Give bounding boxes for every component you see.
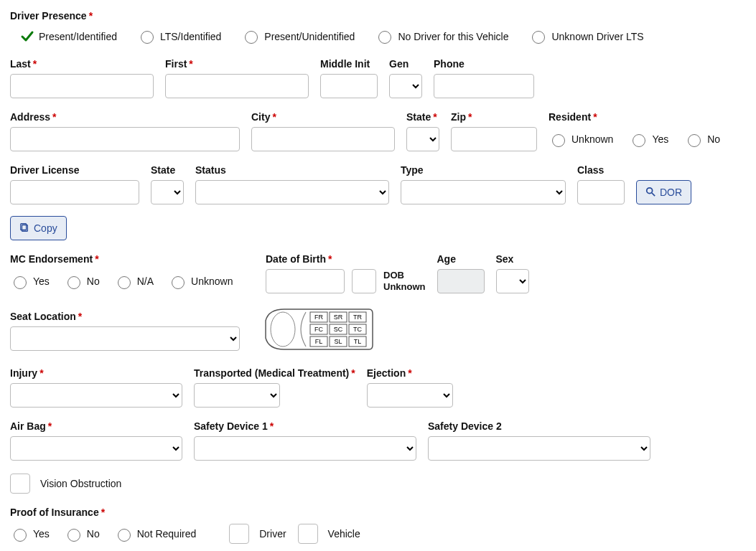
vision-obstruction-field: Vision Obstruction [10, 474, 121, 494]
city-input[interactable] [251, 127, 395, 151]
phone-label: Phone [434, 58, 534, 70]
radio-no-driver[interactable]: No Driver for this Vehicle [375, 29, 508, 44]
zip-input[interactable] [451, 127, 537, 151]
type-label: Type [401, 164, 566, 176]
injury-select[interactable] [10, 383, 182, 408]
air-bag-select[interactable] [10, 436, 182, 461]
radio-present-unidentified[interactable]: Present/Unidentified [241, 29, 355, 44]
dob-unknown-label: DOBUnknown [383, 270, 426, 292]
status-select[interactable] [195, 180, 389, 204]
svg-text:FR: FR [314, 314, 323, 321]
driver-checkbox[interactable] [229, 524, 249, 544]
search-icon [645, 187, 655, 199]
sex-select[interactable] [496, 269, 529, 293]
sex-label: Sex [496, 253, 529, 265]
safety1-select[interactable] [194, 436, 416, 461]
status-label: Status [195, 164, 389, 176]
gen-label: Gen [389, 58, 422, 70]
svg-text:FC: FC [314, 326, 323, 333]
vision-obstruction-checkbox[interactable] [10, 474, 30, 494]
driver-license-label: Driver License [10, 164, 139, 176]
seat-diagram: FR SR TR FC SC TC FL SL TL [263, 306, 374, 354]
class-input[interactable] [577, 180, 625, 204]
age-label: Age [437, 253, 485, 265]
svg-text:FL: FL [315, 338, 323, 345]
safety1-label: Safety Device 1* [194, 420, 416, 432]
dob-label: Date of Birth* [266, 253, 426, 265]
vehicle-checkbox-label: Vehicle [328, 528, 360, 540]
air-bag-label: Air Bag* [10, 420, 182, 432]
transported-select[interactable] [194, 383, 280, 408]
resident-yes[interactable]: Yes [629, 132, 668, 147]
svg-text:TR: TR [353, 314, 362, 321]
mc-yes[interactable]: Yes [10, 274, 50, 289]
dob-unknown-checkbox[interactable] [352, 269, 376, 293]
safety2-select[interactable] [428, 436, 650, 461]
ejection-select[interactable] [367, 383, 453, 408]
type-select[interactable] [401, 180, 566, 204]
resident-no[interactable]: No [684, 132, 720, 147]
proof-no[interactable]: No [64, 527, 100, 542]
mc-unknown[interactable]: Unknown [168, 274, 233, 289]
svg-text:SR: SR [334, 314, 343, 321]
svg-line-1 [652, 192, 655, 195]
vision-obstruction-label: Vision Obstruction [40, 478, 121, 489]
proof-yes[interactable]: Yes [10, 527, 50, 542]
driver-presence-label: Driver Presence* [10, 10, 746, 22]
ejection-label: Ejection* [367, 367, 453, 379]
gen-select[interactable] [389, 74, 422, 98]
svg-text:TL: TL [354, 338, 362, 345]
copy-icon [19, 222, 29, 235]
injury-label: Injury* [10, 367, 182, 379]
first-label: First* [165, 58, 309, 70]
copy-button[interactable]: Copy [10, 216, 67, 240]
state-select[interactable] [406, 127, 439, 151]
driver-presence-radios: Present/Identified LTS/Identified Presen… [20, 29, 746, 44]
safety2-label: Safety Device 2 [428, 420, 650, 432]
driver-checkbox-label: Driver [259, 528, 286, 540]
vehicle-checkbox[interactable] [298, 524, 318, 544]
seat-location-label: Seat Location* [10, 311, 240, 322]
address-label: Address* [10, 111, 240, 123]
svg-text:TC: TC [353, 326, 362, 333]
radio-unknown-lts[interactable]: Unknown Driver LTS [528, 29, 643, 44]
first-input[interactable] [165, 74, 309, 98]
dob-input[interactable] [266, 269, 345, 293]
phone-input[interactable] [434, 74, 534, 98]
last-label: Last* [10, 58, 154, 70]
driver-license-input[interactable] [10, 180, 139, 204]
middle-init-label: Middle Init [320, 58, 378, 70]
zip-label: Zip* [451, 111, 537, 123]
proof-insurance-label: Proof of Insurance* [10, 507, 746, 518]
class-label: Class [577, 164, 625, 176]
mc-endorsement-label: MC Endorsement* [10, 253, 254, 265]
resident-unknown[interactable]: Unknown [549, 132, 613, 147]
svg-point-0 [647, 187, 653, 193]
dl-state-select[interactable] [151, 180, 184, 204]
address-input[interactable] [10, 127, 240, 151]
resident-label: Resident* [549, 111, 720, 123]
seat-location-select[interactable] [10, 326, 240, 351]
dl-state-label: State [151, 164, 184, 176]
transported-label: Transported (Medical Treatment)* [194, 367, 355, 379]
dor-button[interactable]: DOR [636, 180, 691, 204]
mc-na[interactable]: N/A [114, 274, 154, 289]
age-input [437, 269, 485, 293]
mc-no[interactable]: No [64, 274, 100, 289]
radio-present-identified[interactable]: Present/Identified [20, 29, 117, 44]
proof-not-required[interactable]: Not Required [114, 527, 197, 542]
state-label: State* [406, 111, 439, 123]
middle-init-input[interactable] [320, 74, 378, 98]
svg-text:SL: SL [334, 338, 342, 345]
svg-text:SC: SC [334, 326, 343, 333]
check-icon [20, 29, 34, 44]
last-input[interactable] [10, 74, 154, 98]
city-label: City* [251, 111, 395, 123]
radio-lts-identified[interactable]: LTS/Identified [137, 29, 221, 44]
